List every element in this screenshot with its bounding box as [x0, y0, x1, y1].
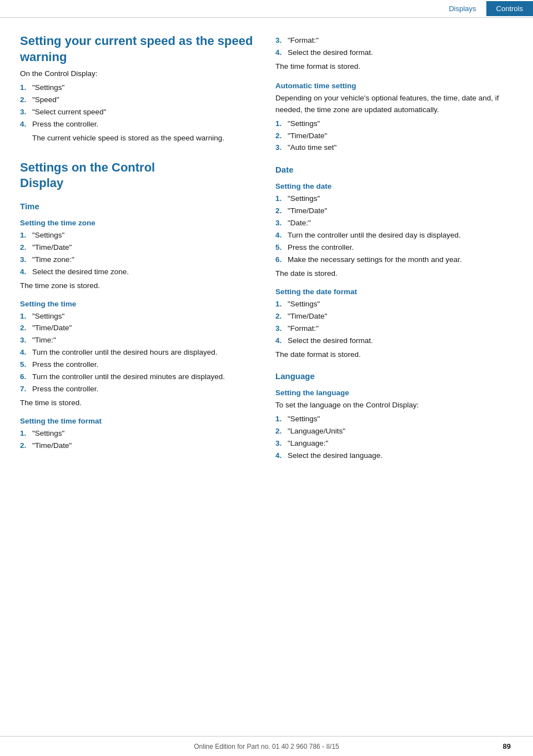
time-format-subheading: Setting the time format	[20, 417, 258, 425]
footer-page-number: 89	[503, 742, 511, 750]
list-item: 2. "Language/Units"	[275, 426, 513, 437]
set-language-steps: 1. "Settings" 2. "Language/Units" 3. "La…	[275, 414, 513, 462]
list-item: 2. "Time/Date"	[20, 440, 258, 452]
set-time-steps: 1. "Settings" 2. "Time/Date" 3. "Time:" …	[20, 311, 258, 395]
step-text: "Settings"	[32, 82, 258, 94]
footer: Online Edition for Part no. 01 40 2 960 …	[0, 736, 533, 756]
list-item: 3. "Format:"	[275, 35, 513, 47]
section-speed-warning: Setting your current speed as the speed …	[20, 33, 258, 144]
list-item: 1. "Settings"	[20, 230, 258, 241]
set-time-subheading: Setting the time	[20, 300, 258, 308]
set-time-result: The time is stored.	[20, 397, 258, 409]
timezone-steps: 1. "Settings" 2. "Time/Date" 3. "Time zo…	[20, 230, 258, 278]
time-format-steps-left: 1. "Settings" 2. "Time/Date"	[20, 428, 258, 452]
time-sub-heading: Time	[20, 201, 258, 211]
list-item: 3. "Language:"	[275, 438, 513, 450]
list-item: 1. "Settings"	[275, 118, 513, 130]
list-item: 1. "Settings"	[20, 311, 258, 322]
date-section: Date Setting the date 1. "Settings" 2. "…	[275, 165, 513, 360]
setting-time: Setting the time 1. "Settings" 2. "Time/…	[20, 300, 258, 409]
list-item: 2. "Time/Date"	[20, 322, 258, 334]
list-item: 2. "Time/Date"	[275, 205, 513, 217]
list-item: 1. "Settings"	[275, 414, 513, 425]
date-format-result: The date format is stored.	[275, 349, 513, 361]
footer-text: Online Edition for Part no. 01 40 2 960 …	[194, 743, 339, 750]
date-format-subheading: Setting the date format	[275, 288, 513, 296]
list-item: 3. "Select current speed"	[20, 107, 258, 118]
step-num: 1.	[20, 82, 32, 94]
step-num: 2.	[20, 94, 32, 106]
step-text: "Select current speed"	[32, 107, 258, 118]
tab-displays[interactable]: Displays	[439, 1, 486, 16]
timezone-subheading: Setting the time zone	[20, 219, 258, 227]
list-item: 1. "Settings"	[20, 428, 258, 440]
tab-controls[interactable]: Controls	[486, 1, 533, 16]
control-display-heading: Settings on the Control Display	[20, 160, 258, 191]
list-item: 4. Turn the controller until the desired…	[20, 347, 258, 359]
section-control-display: Settings on the Control Display Time Set…	[20, 160, 258, 452]
setting-time-format-left: Setting the time format 1. "Settings" 2.…	[20, 417, 258, 452]
setting-timezone: Setting the time zone 1. "Settings" 2. "…	[20, 219, 258, 292]
list-item: 4. Select the desired time zone.	[20, 266, 258, 278]
timezone-result: The time zone is stored.	[20, 280, 258, 292]
setting-date: Setting the date 1. "Settings" 2. "Time/…	[275, 182, 513, 279]
list-item: 3. "Date:"	[275, 218, 513, 229]
auto-time-intro: Depending on your vehicle's optional fea…	[275, 93, 513, 116]
list-item: 5. Press the controller.	[275, 242, 513, 254]
right-column: 3. "Format:" 4. Select the desired forma…	[275, 33, 513, 464]
speed-warning-heading: Setting your current speed as the speed …	[20, 33, 258, 65]
time-format-continued: 3. "Format:" 4. Select the desired forma…	[275, 35, 513, 73]
list-item: 2. "Time/Date"	[275, 311, 513, 322]
auto-time-section: Automatic time setting Depending on your…	[275, 82, 513, 154]
list-item: 2. "Time/Date"	[20, 242, 258, 254]
list-item: 3. "Time zone:"	[20, 254, 258, 266]
list-item: 1. "Settings"	[20, 82, 258, 94]
speed-warning-intro: On the Control Display:	[20, 68, 258, 80]
list-item: 6. Make the necessary settings for the m…	[275, 254, 513, 266]
list-item: 4. Select the desired language.	[275, 450, 513, 462]
speed-warning-steps: 1. "Settings" 2. "Speed" 3. "Select curr…	[20, 82, 258, 130]
time-format-steps-right: 3. "Format:" 4. Select the desired forma…	[275, 35, 513, 59]
list-item: 4. Select the desired format.	[275, 47, 513, 59]
step-num: 3.	[20, 107, 32, 118]
set-date-steps: 1. "Settings" 2. "Time/Date" 3. "Date:" …	[275, 193, 513, 266]
set-date-subheading: Setting the date	[275, 182, 513, 190]
language-section: Language Setting the language To set the…	[275, 371, 513, 462]
list-item: 1. "Settings"	[275, 193, 513, 205]
set-language-subheading: Setting the language	[275, 389, 513, 397]
set-date-result: The date is stored.	[275, 268, 513, 280]
list-item: 2. "Speed"	[20, 94, 258, 106]
time-format-result: The time format is stored.	[275, 61, 513, 73]
step-text: "Speed"	[32, 94, 258, 106]
set-language-intro: To set the language on the Control Displ…	[275, 400, 513, 411]
language-main-heading: Language	[275, 371, 513, 381]
list-item: 3. "Format:"	[275, 323, 513, 335]
list-item: 7. Press the controller.	[20, 384, 258, 395]
date-format-steps: 1. "Settings" 2. "Time/Date" 3. "Format:…	[275, 299, 513, 347]
list-item: 6. Turn the controller until the desired…	[20, 371, 258, 383]
list-item: 3. "Time:"	[20, 335, 258, 346]
content-area: Setting your current speed as the speed …	[0, 18, 533, 486]
list-item: 3. "Auto time set"	[275, 142, 513, 154]
list-item: 4. Press the controller.	[20, 119, 258, 130]
header-bar: Displays Controls	[0, 0, 533, 18]
setting-date-format: Setting the date format 1. "Settings" 2.…	[275, 288, 513, 361]
left-column: Setting your current speed as the speed …	[20, 33, 258, 464]
auto-time-steps: 1. "Settings" 2. "Time/Date" 3. "Auto ti…	[275, 118, 513, 154]
list-item: 1. "Settings"	[275, 299, 513, 310]
setting-language: Setting the language To set the language…	[275, 389, 513, 462]
list-item: 4. Turn the controller until the desired…	[275, 230, 513, 241]
list-item: 2. "Time/Date"	[275, 130, 513, 142]
step-num: 4.	[20, 119, 32, 130]
step-text: Press the controller.	[32, 119, 258, 130]
date-main-heading: Date	[275, 165, 513, 174]
auto-time-subheading: Automatic time setting	[275, 82, 513, 90]
list-item: 5. Press the controller.	[20, 359, 258, 371]
list-item: 4. Select the desired format.	[275, 335, 513, 347]
speed-warning-note: The current vehicle speed is stored as t…	[20, 133, 258, 144]
